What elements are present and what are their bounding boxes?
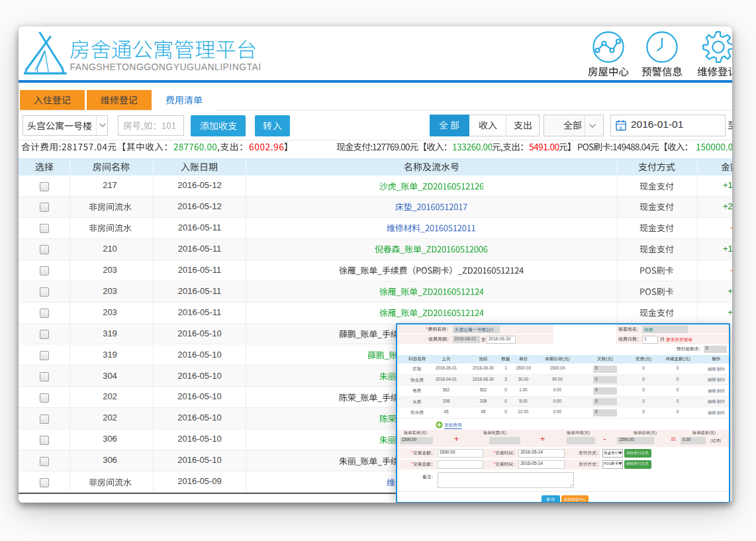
svg-text:6: 6 bbox=[620, 125, 623, 131]
